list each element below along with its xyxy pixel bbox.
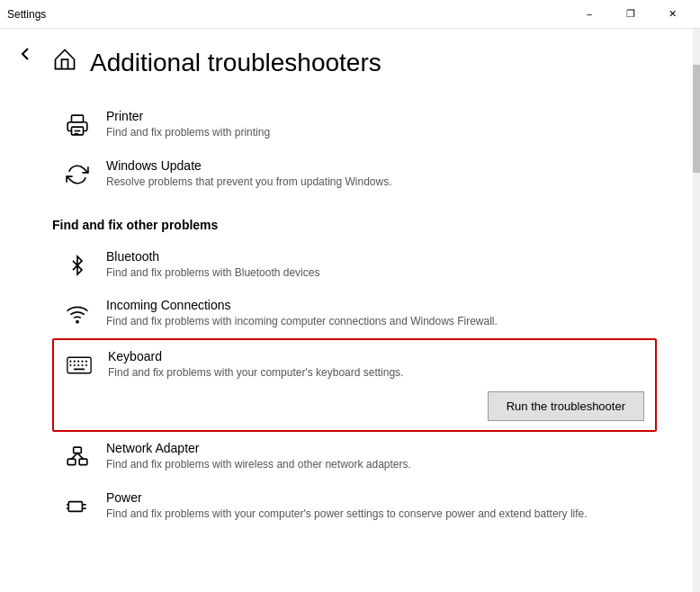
main-panel: Additional troubleshooters Printer Find …: [43, 29, 693, 592]
title-bar: Settings − ❐ ✕: [0, 0, 700, 29]
printer-title: Printer: [106, 109, 270, 123]
power-icon: [63, 492, 92, 521]
bluetooth-text: Bluetooth Find and fix problems with Blu…: [106, 249, 319, 281]
windows-update-text: Windows Update Resolve problems that pre…: [106, 158, 392, 190]
printer-desc: Find and fix problems with printing: [106, 125, 270, 140]
scrollbar-thumb[interactable]: [693, 65, 700, 173]
power-item[interactable]: Power Find and fix problems with your co…: [52, 481, 657, 531]
scrollbar-track[interactable]: [693, 29, 700, 592]
svg-rect-0: [72, 115, 84, 122]
keyboard-item[interactable]: Keyboard Find and fix problems with your…: [52, 338, 657, 432]
svg-line-21: [77, 453, 84, 460]
network-adapter-item[interactable]: Network Adapter Find and fix problems wi…: [52, 432, 657, 481]
minimize-button[interactable]: −: [569, 0, 610, 29]
svg-rect-19: [79, 459, 87, 465]
back-button[interactable]: [11, 40, 40, 68]
bluetooth-icon: [63, 251, 92, 280]
windows-update-item[interactable]: Windows Update Resolve problems that pre…: [52, 149, 657, 199]
incoming-connections-text: Incoming Connections Find and fix proble…: [106, 298, 498, 329]
power-text: Power Find and fix problems with your co…: [106, 490, 588, 522]
windows-update-title: Windows Update: [106, 158, 392, 173]
content-area: Additional troubleshooters Printer Find …: [0, 29, 700, 592]
power-title: Power: [106, 490, 588, 505]
bluetooth-item[interactable]: Bluetooth Find and fix problems with Blu…: [52, 240, 657, 290]
incoming-connections-title: Incoming Connections: [106, 298, 498, 312]
power-desc: Find and fix problems with your computer…: [106, 507, 588, 522]
page-title: Additional troubleshooters: [52, 47, 657, 78]
svg-rect-18: [74, 447, 82, 453]
svg-point-4: [76, 321, 78, 323]
bluetooth-title: Bluetooth: [106, 249, 319, 264]
home-icon: [52, 47, 77, 78]
network-adapter-icon: [63, 443, 92, 471]
incoming-connections-desc: Find and fix problems with incoming comp…: [106, 314, 498, 329]
printer-icon: [63, 111, 92, 139]
network-adapter-title: Network Adapter: [106, 441, 411, 455]
close-button[interactable]: ✕: [651, 0, 693, 29]
windows-update-icon: [63, 160, 92, 189]
keyboard-desc: Find and fix problems with your computer…: [108, 365, 403, 381]
incoming-connections-icon: [63, 300, 92, 328]
app-title: Settings: [7, 8, 46, 21]
network-adapter-text: Network Adapter Find and fix problems wi…: [106, 441, 411, 472]
svg-line-20: [72, 453, 78, 460]
network-adapter-desc: Find and fix problems with wireless and …: [106, 457, 411, 472]
windows-update-desc: Resolve problems that prevent you from u…: [106, 175, 392, 190]
printer-item[interactable]: Printer Find and fix problems with print…: [52, 100, 657, 149]
keyboard-item-top: Keyboard Find and fix problems with your…: [65, 349, 644, 381]
incoming-connections-item[interactable]: Incoming Connections Find and fix proble…: [52, 289, 657, 338]
svg-rect-17: [67, 459, 76, 465]
printer-text: Printer Find and fix problems with print…: [106, 109, 270, 140]
svg-rect-22: [68, 501, 82, 511]
section-header: Find and fix other problems: [52, 218, 218, 232]
run-troubleshooter-button[interactable]: Run the troubleshooter: [488, 391, 644, 421]
window-controls: − ❐ ✕: [569, 0, 693, 29]
maximize-button[interactable]: ❐: [610, 0, 651, 29]
run-btn-row: Run the troubleshooter: [65, 391, 644, 421]
nav-back: [0, 29, 43, 592]
keyboard-text: Keyboard Find and fix problems with your…: [108, 349, 403, 381]
bluetooth-desc: Find and fix problems with Bluetooth dev…: [106, 265, 319, 281]
keyboard-icon: [65, 351, 94, 380]
keyboard-title: Keyboard: [108, 349, 403, 363]
